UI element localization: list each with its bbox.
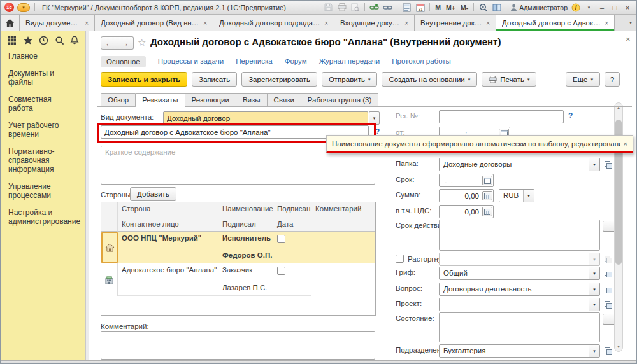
row1-signed-checkbox[interactable]: [277, 235, 285, 243]
dropdown-button[interactable]: ▾: [589, 267, 599, 279]
table-empty-area[interactable]: [101, 296, 375, 315]
row2-role[interactable]: Заказчик: [218, 263, 273, 281]
main-menu-button[interactable]: ▾: [17, 3, 30, 12]
project-open-button[interactable]: [603, 299, 613, 310]
dropdown-button[interactable]: ▾: [589, 298, 599, 311]
search-icon[interactable]: [55, 36, 64, 45]
row2-counterparty-icon[interactable]: [101, 263, 118, 296]
tab-contract-template[interactable]: Доходный договор подряда (Шабло...×: [213, 15, 334, 31]
col-header-date[interactable]: Дата: [273, 218, 311, 232]
row2-party[interactable]: Адвокатское бюро "Аплана": [118, 263, 218, 281]
sidebar-item-reference-info[interactable]: Нормативно-справочная информация: [1, 147, 85, 174]
col-header-signed[interactable]: Подписан: [273, 202, 311, 218]
col-header-signer[interactable]: Подписал: [218, 218, 273, 232]
favorite-star-icon[interactable]: ☆: [138, 37, 146, 48]
print-button[interactable]: Печать▾: [482, 72, 536, 87]
maximize-button[interactable]: □: [610, 4, 620, 11]
comment-field[interactable]: [101, 331, 375, 360]
tab-resolutions[interactable]: Резолюции: [185, 93, 236, 107]
nav-link-work-protocol[interactable]: Протокол работы: [392, 57, 451, 66]
scroll-down-button[interactable]: ▾: [615, 342, 622, 351]
send-button[interactable]: Отправить▾: [322, 72, 378, 87]
tab-close-icon[interactable]: ×: [85, 20, 89, 27]
terminated-checkbox[interactable]: [396, 255, 404, 263]
nav-link-processes[interactable]: Процессы и задачи: [158, 57, 224, 66]
tab-overview[interactable]: Обзор: [101, 93, 136, 107]
more-button[interactable]: Еще▾: [566, 72, 600, 87]
split-window-icon[interactable]: [491, 3, 502, 13]
question-open-button[interactable]: [603, 284, 613, 295]
validity-choose-button[interactable]: ...: [603, 221, 615, 232]
copy-link-icon[interactable]: [382, 3, 393, 13]
reg-no-field[interactable]: [439, 110, 564, 123]
tab-internal-documents[interactable]: Внутренние документы×: [415, 15, 496, 31]
row2-contact[interactable]: [118, 281, 218, 296]
sidebar-item-time-tracking[interactable]: Учет рабочего времени: [1, 121, 85, 139]
row1-role[interactable]: Исполнитель: [218, 232, 273, 249]
forward-button[interactable]: →: [117, 36, 134, 50]
tab-document-kinds[interactable]: Виды документов×: [20, 15, 95, 31]
history-clock-icon[interactable]: [39, 36, 48, 45]
col-header-party[interactable]: Сторона: [118, 202, 218, 218]
tab-visas[interactable]: Визы: [236, 93, 268, 107]
help-button[interactable]: ?: [605, 72, 620, 87]
notifications-bell-icon[interactable]: [70, 36, 79, 45]
register-button[interactable]: Зарегистрировать: [241, 72, 317, 87]
row1-our-org-icon[interactable]: [101, 232, 118, 263]
calculator-icon[interactable]: [401, 3, 412, 13]
save-and-close-button[interactable]: Записать и закрыть: [101, 72, 187, 87]
row1-comment[interactable]: [311, 232, 375, 263]
tab-current-document[interactable]: Доходный договор с Адвокатское б...×: [496, 15, 615, 31]
nav-link-transfer-log[interactable]: Журнал передачи: [319, 57, 380, 66]
tooltip-close-icon[interactable]: ×: [624, 140, 627, 148]
row2-signer[interactable]: Лазарев П.С.: [218, 281, 273, 296]
dropdown-button[interactable]: ▾: [589, 345, 599, 357]
nav-link-forum[interactable]: Форум: [285, 57, 307, 66]
col-header-role[interactable]: Наименование: [218, 202, 273, 218]
save-button[interactable]: Записать: [192, 72, 237, 87]
folder-field[interactable]: Доходные договоры▾: [439, 158, 600, 171]
close-window-button[interactable]: ×: [622, 4, 633, 11]
row2-comment[interactable]: [311, 263, 375, 296]
calendar-icon[interactable]: 31: [415, 3, 426, 13]
tab-close-icon[interactable]: ×: [486, 20, 490, 27]
folder-open-button[interactable]: [603, 159, 613, 170]
validity-field[interactable]: [439, 220, 600, 251]
sidebar-item-settings-admin[interactable]: Настройка и администрирование: [1, 208, 85, 226]
row1-signed-cell[interactable]: [273, 232, 311, 249]
tab-close-icon[interactable]: ×: [203, 20, 207, 27]
tab-close-icon[interactable]: ×: [404, 20, 408, 27]
create-based-on-button[interactable]: Создать на основании▾: [382, 72, 477, 87]
menu-grid-icon[interactable]: [7, 36, 17, 45]
row1-date[interactable]: [273, 249, 311, 263]
memory-mminus-button[interactable]: M-: [459, 4, 469, 11]
sidebar-item-process-management[interactable]: Управление процессами: [1, 182, 85, 200]
col-header-comment[interactable]: Комментарий: [311, 202, 375, 232]
tab-income-contract-kind[interactable]: Доходный договор (Вид внутренне...×: [95, 15, 213, 31]
vat-calc-button[interactable]: [482, 207, 492, 216]
nav-link-correspondence[interactable]: Переписка: [236, 57, 273, 66]
project-field[interactable]: ▾: [439, 298, 600, 311]
tab-links[interactable]: Связи: [268, 93, 301, 107]
info-dropdown-arrow[interactable]: ▾: [583, 3, 594, 13]
minimize-button[interactable]: –: [597, 4, 607, 11]
current-user[interactable]: Администратор: [510, 4, 568, 11]
row1-contact[interactable]: [118, 249, 218, 263]
sidebar-item-main[interactable]: Главное: [1, 52, 85, 60]
row1-party[interactable]: ООО НПЦ "Меркурий": [118, 232, 218, 249]
tab-close-icon[interactable]: ×: [605, 20, 608, 27]
tab-overflow-button[interactable]: ▾: [625, 15, 636, 31]
row1-signer[interactable]: Федоров О.П.: [218, 249, 273, 263]
parties-table[interactable]: Сторона Наименование Подписан Комментари…: [101, 202, 376, 316]
question-field[interactable]: Договорная деятельность▾: [439, 283, 600, 296]
department-open-button[interactable]: [603, 346, 613, 356]
grif-field[interactable]: Общий▾: [439, 267, 600, 280]
scroll-up-button[interactable]: ▴: [615, 103, 622, 112]
memory-mplus-button[interactable]: M+: [445, 4, 457, 11]
add-party-button[interactable]: Добавить: [130, 187, 176, 201]
favorites-star-icon[interactable]: [23, 36, 33, 45]
back-button[interactable]: ←: [101, 36, 117, 50]
sidebar-item-collaboration[interactable]: Совместная работа: [1, 95, 85, 113]
zoom-icon[interactable]: [478, 3, 489, 13]
home-tab[interactable]: [1, 15, 20, 31]
